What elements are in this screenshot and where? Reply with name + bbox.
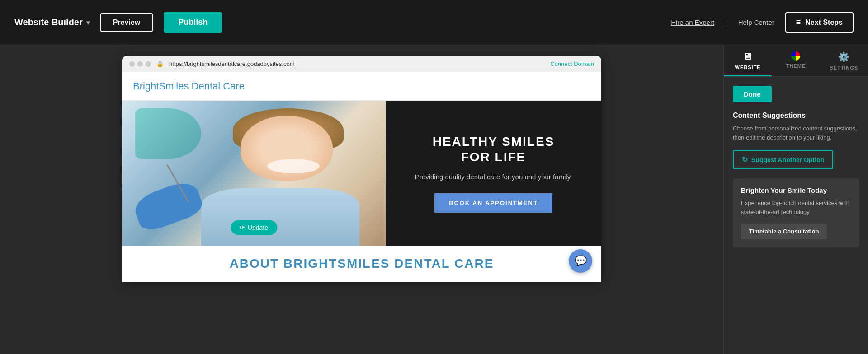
hero-heading-line2: FOR LIFE: [461, 150, 526, 164]
hero-subtext: Providing quality dental care for you an…: [415, 172, 572, 182]
suggest-icon: ↻: [742, 155, 748, 164]
hero-heading: HEALTHY SMILES FOR LIFE: [433, 134, 555, 164]
brand-logo[interactable]: Website Builder ▾: [14, 17, 90, 28]
content-card-title: Brighten Your Smile Today: [741, 186, 851, 194]
help-center-link[interactable]: Help Center: [738, 19, 774, 26]
timetable-consultation-button[interactable]: Timetable a Consultation: [741, 224, 827, 239]
book-appointment-button[interactable]: BOOK AN APPOINTMENT: [434, 193, 552, 213]
next-steps-button[interactable]: ≡ Next Steps: [785, 12, 854, 33]
theme-tab-icon: [791, 51, 800, 61]
nav-separator: |: [725, 18, 727, 27]
about-section: ABOUT BRIGHTSMILES DENTAL CARE 💬: [122, 246, 601, 282]
browser-dot-2: [137, 61, 143, 67]
next-steps-label: Next Steps: [805, 19, 843, 27]
about-heading: ABOUT BRIGHTSMILES DENTAL CARE: [133, 256, 590, 271]
sidebar-tabs: 🖥 WEBSITE THEME ⚙️ SETTINGS: [724, 45, 868, 77]
website-preview: BrightSmiles Dental Care: [122, 72, 601, 282]
lock-icon: 🔒: [156, 61, 164, 67]
done-button[interactable]: Done: [733, 86, 772, 102]
main-area: 🔒 https://brightsmilesdentalcare.godaddy…: [0, 45, 868, 354]
browser-dots: [129, 61, 151, 67]
tab-website[interactable]: 🖥 WEBSITE: [724, 45, 772, 76]
suggest-label: Suggest Another Option: [751, 156, 824, 163]
site-title: BrightSmiles Dental Care: [133, 80, 590, 92]
smile-highlight: [267, 159, 320, 173]
site-header: BrightSmiles Dental Care: [122, 72, 601, 101]
content-card-description: Experience top-notch dental services wit…: [741, 199, 851, 216]
update-button[interactable]: ⟳ Update: [231, 220, 277, 235]
brand-chevron-icon: ▾: [86, 19, 90, 26]
chat-bubble[interactable]: 💬: [569, 249, 592, 273]
browser-url: https://brightsmilesdentalcare.godaddysi…: [169, 61, 545, 67]
teal-overlay: [135, 108, 201, 159]
tab-website-label: WEBSITE: [735, 65, 761, 70]
hero-section: ⟳ Update HEALTHY SMILES FOR LIFE Providi…: [122, 101, 601, 246]
tab-theme-label: THEME: [786, 63, 806, 69]
update-label: Update: [248, 224, 268, 231]
tab-theme[interactable]: THEME: [772, 45, 820, 76]
content-suggestions-title: Content Suggestions: [733, 112, 859, 120]
hire-expert-link[interactable]: Hire an Expert: [671, 19, 714, 26]
browser-dot-3: [146, 61, 151, 67]
chat-icon: 💬: [575, 255, 587, 267]
hero-image: ⟳ Update: [122, 101, 386, 246]
hero-content: HEALTHY SMILES FOR LIFE Providing qualit…: [386, 101, 601, 246]
tab-settings[interactable]: ⚙️ SETTINGS: [820, 45, 868, 76]
browser-mock: 🔒 https://brightsmilesdentalcare.godaddy…: [122, 56, 601, 282]
center-content: 🔒 https://brightsmilesdentalcare.godaddy…: [0, 45, 723, 354]
hero-heading-line1: HEALTHY SMILES: [433, 135, 555, 149]
update-icon: ⟳: [240, 224, 245, 231]
right-sidebar: 🖥 WEBSITE THEME ⚙️ SETTINGS Done Content…: [723, 45, 868, 354]
browser-dot-1: [129, 61, 135, 67]
nav-links: Hire an Expert | Help Center: [671, 18, 774, 27]
connect-domain-link[interactable]: Connect Domain: [550, 61, 594, 67]
publish-button[interactable]: Publish: [164, 12, 222, 33]
content-suggestions-description: Choose from personalized content suggest…: [733, 124, 859, 142]
suggest-another-option-button[interactable]: ↻ Suggest Another Option: [733, 150, 833, 169]
browser-bar: 🔒 https://brightsmilesdentalcare.godaddy…: [122, 56, 601, 72]
brand-label: Website Builder: [14, 17, 83, 28]
sidebar-content: Done Content Suggestions Choose from per…: [724, 77, 868, 354]
top-navigation: Website Builder ▾ Preview Publish Hire a…: [0, 0, 868, 45]
tab-settings-label: SETTINGS: [830, 65, 858, 70]
preview-button[interactable]: Preview: [100, 13, 153, 32]
next-steps-icon: ≡: [796, 18, 801, 27]
settings-tab-icon: ⚙️: [838, 51, 850, 62]
website-tab-icon: 🖥: [743, 51, 753, 62]
content-card: Brighten Your Smile Today Experience top…: [733, 178, 859, 247]
person-gown: [201, 188, 359, 246]
